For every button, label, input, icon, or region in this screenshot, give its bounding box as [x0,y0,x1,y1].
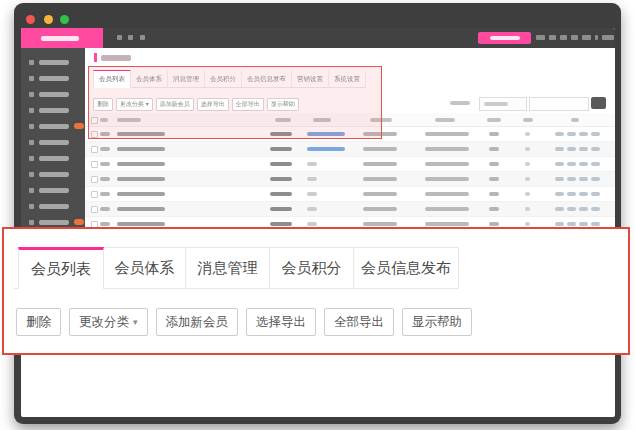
toolbar-button-添加新会员[interactable]: 添加新会员 [156,98,194,111]
row-action-link[interactable] [555,147,564,151]
row-checkbox[interactable] [91,176,98,183]
toolbar-button-全部导出[interactable]: 全部导出 [232,98,264,111]
toolbar-button-选择导出[interactable]: 选择导出 [246,308,316,336]
member-name-link-bar[interactable] [117,207,165,211]
toolbar-button-更改分类[interactable]: 更改分类▾ [69,308,148,336]
search-filter-select[interactable] [479,97,527,111]
tab-会员信息发布[interactable]: 会员信息发布 [354,247,459,289]
row-checkbox[interactable] [91,161,98,168]
toolbar-button-显示帮助[interactable]: 显示帮助 [402,308,472,336]
refresh-icon[interactable] [128,35,133,40]
row-action-link[interactable] [579,177,588,181]
tab-消息管理[interactable]: 消息管理 [168,70,205,87]
member-contact-bar [307,222,317,226]
row-checkbox[interactable] [91,146,98,153]
member-email-bar [425,207,469,211]
row-action-link[interactable] [567,177,576,181]
sidebar-item[interactable] [29,169,69,179]
sidebar-item[interactable] [29,153,69,163]
top-menu-item[interactable] [549,35,556,40]
member-name-link-bar[interactable] [117,177,165,181]
row-action-link[interactable] [591,192,600,196]
row-action-link[interactable] [555,192,564,196]
row-action-link[interactable] [555,177,564,181]
toolbar-button-删除[interactable]: 删除 [93,98,113,111]
top-menu-item[interactable] [560,35,567,40]
tab-会员信息发布[interactable]: 会员信息发布 [242,70,292,87]
col-header-bar [523,118,533,122]
row-checkbox[interactable] [91,206,98,213]
row-action-link[interactable] [567,207,576,211]
status-dash [525,147,530,151]
toolbar-button-选择导出[interactable]: 选择导出 [197,98,229,111]
top-menu-item[interactable] [602,35,614,40]
row-action-link[interactable] [555,132,564,136]
member-name-link-bar[interactable] [117,222,165,226]
row-action-link[interactable] [591,162,600,166]
minimize-window-button[interactable] [44,15,53,24]
row-action-link[interactable] [591,207,600,211]
row-action-link[interactable] [591,147,600,151]
tab-会员体系[interactable]: 会员体系 [131,70,168,87]
home-icon[interactable] [117,35,122,40]
sidebar-item[interactable] [29,217,84,227]
tab-会员列表[interactable]: 会员列表 [18,247,104,289]
sidebar-item-label-bar [39,172,69,177]
top-menu-item[interactable] [536,35,545,40]
sidebar-item[interactable] [29,57,69,67]
top-menu-item[interactable] [582,35,591,40]
toolbar-button-全部导出[interactable]: 全部导出 [324,308,394,336]
toolbar-button-更改分类[interactable]: 更改分类 ▾ [116,98,153,111]
tab-会员积分[interactable]: 会员积分 [205,70,242,87]
tab-会员积分[interactable]: 会员积分 [270,247,354,289]
toolbar-button-删除[interactable]: 删除 [16,308,61,336]
row-action-link[interactable] [579,207,588,211]
table-row [85,187,615,202]
toolbar-button-添加新会员[interactable]: 添加新会员 [156,308,239,336]
member-contact-bar[interactable] [307,147,345,151]
row-action-link[interactable] [555,207,564,211]
sidebar-item[interactable] [29,105,69,115]
row-action-link[interactable] [579,147,588,151]
member-name-link-bar[interactable] [117,147,165,151]
member-name-link-bar[interactable] [117,162,165,166]
search-button[interactable] [591,97,606,109]
sidebar-item[interactable] [29,137,69,147]
tab-营销设置[interactable]: 营销设置 [292,70,329,87]
tab-会员体系[interactable]: 会员体系 [104,247,186,289]
row-action-link[interactable] [579,162,588,166]
toolbar-button-显示帮助[interactable]: 显示帮助 [267,98,299,111]
row-checkbox[interactable] [91,191,98,198]
sidebar-item[interactable] [29,201,69,211]
sidebar-item[interactable] [29,89,69,99]
admin-primary-button[interactable] [478,32,531,44]
row-action-link[interactable] [579,132,588,136]
row-action-link[interactable] [567,147,576,151]
admin-logo[interactable] [21,28,103,48]
top-menu-item[interactable] [571,35,578,40]
row-action-link[interactable] [579,192,588,196]
member-name-link-bar[interactable] [117,192,165,196]
menu-icon[interactable] [140,35,145,40]
row-action-link[interactable] [591,177,600,181]
tab-系统设置[interactable]: 系统设置 [329,70,366,87]
row-action-link[interactable] [555,222,564,226]
sidebar-item[interactable] [29,73,69,83]
row-action-link[interactable] [579,222,588,226]
sidebar-item[interactable] [29,121,84,131]
row-action-link[interactable] [567,222,576,226]
top-menu-item[interactable] [595,35,598,40]
tab-会员列表[interactable]: 会员列表 [93,70,131,88]
zoom-window-button[interactable] [60,15,69,24]
row-action-link[interactable] [591,222,600,226]
row-action-link[interactable] [567,192,576,196]
sidebar-item[interactable] [29,185,69,195]
row-action-link[interactable] [567,162,576,166]
close-window-button[interactable] [26,15,35,24]
row-action-link[interactable] [591,132,600,136]
browser-titlebar [14,3,621,28]
row-action-link[interactable] [555,162,564,166]
row-action-link[interactable] [567,132,576,136]
tab-消息管理[interactable]: 消息管理 [186,247,270,289]
search-input[interactable] [529,97,589,111]
